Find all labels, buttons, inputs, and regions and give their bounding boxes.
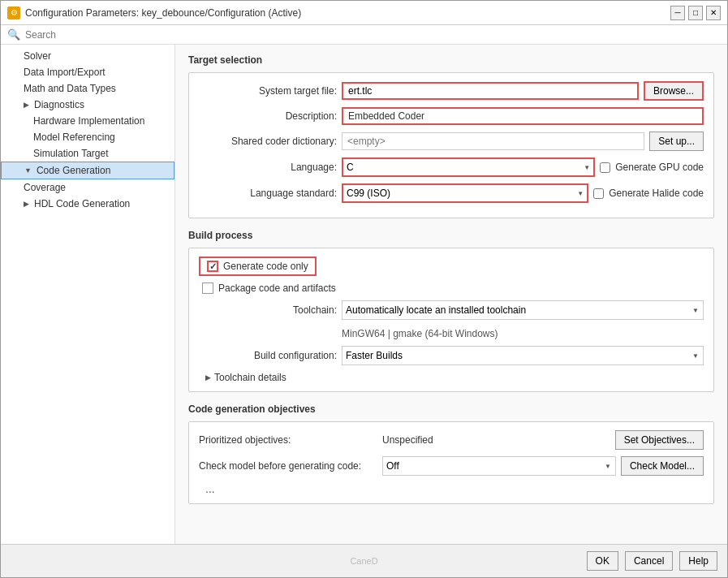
- sidebar-item-code-generation[interactable]: Code Generation: [1, 162, 174, 179]
- objectives-box: Prioritized objectives: Unspecified Set …: [188, 421, 714, 504]
- language-select[interactable]: C C++: [342, 157, 595, 177]
- generate-halide-row: Generate Halide code: [593, 188, 704, 199]
- toolchain-details-row[interactable]: ▶ Toolchain details: [199, 372, 704, 383]
- window-title: Configuration Parameters: key_debounce/C…: [25, 7, 301, 19]
- language-standard-label: Language standard:: [199, 188, 337, 199]
- language-label: Language:: [199, 162, 337, 173]
- toolchain-info: MinGW64 | gmake (64-bit Windows): [199, 326, 704, 341]
- right-panel: Target selection System target file: Bro…: [175, 45, 727, 544]
- sidebar-item-data-import-export[interactable]: Data Import/Export: [1, 64, 174, 80]
- main-window: ⚙ Configuration Parameters: key_debounce…: [0, 0, 728, 578]
- generate-halide-label: Generate Halide code: [609, 188, 704, 199]
- sidebar-item-model-referencing[interactable]: Model Referencing: [1, 129, 174, 145]
- sidebar-item-math-and-data-types[interactable]: Math and Data Types: [1, 80, 174, 97]
- maximize-button[interactable]: □: [688, 6, 703, 20]
- objectives-title: Code generation objectives: [188, 403, 714, 415]
- system-target-file-row: System target file: Browse...: [199, 81, 704, 101]
- footer: CaneD OK Cancel Help: [1, 544, 727, 577]
- app-icon: ⚙: [7, 6, 20, 19]
- sidebar-item-hdl-code-generation[interactable]: HDL Code Generation: [1, 196, 174, 212]
- toolchain-details-arrow: ▶: [205, 373, 211, 382]
- description-row: Description: Embedded Coder: [199, 107, 704, 125]
- build-process-box: Generate code only Package code and arti…: [188, 248, 714, 392]
- language-standard-select-wrapper: C99 (ISO) C89/C90 (ANSI) C11 (ISO): [342, 183, 588, 203]
- sidebar-item-solver[interactable]: Solver: [1, 48, 174, 64]
- toolchain-details-label: Toolchain details: [214, 372, 286, 383]
- browse-button[interactable]: Browse...: [644, 81, 704, 101]
- help-button[interactable]: Help: [679, 551, 717, 571]
- minimize-button[interactable]: ─: [670, 6, 685, 20]
- build-process-section: Build process Generate code only Package…: [188, 230, 714, 392]
- check-model-label: Check model before generating code:: [199, 460, 377, 472]
- prioritized-objectives-row: Prioritized objectives: Unspecified Set …: [199, 430, 704, 450]
- shared-coder-dictionary-control: Set up...: [342, 132, 704, 151]
- build-configuration-control: Faster Builds: [342, 346, 704, 365]
- build-configuration-label: Build configuration:: [199, 350, 337, 361]
- description-control: Embedded Coder: [342, 107, 704, 125]
- close-button[interactable]: ✕: [706, 6, 721, 20]
- ok-button[interactable]: OK: [587, 551, 618, 571]
- generate-gpu-row: Generate GPU code: [600, 162, 704, 173]
- set-up-button[interactable]: Set up...: [649, 132, 704, 151]
- system-target-file-input[interactable]: [342, 82, 639, 100]
- language-standard-row: Language standard: C99 (ISO) C89/C90 (AN…: [199, 183, 704, 203]
- sidebar: Solver Data Import/Export Math and Data …: [1, 45, 175, 544]
- generate-halide-checkbox[interactable]: [593, 188, 604, 199]
- language-standard-control: C99 (ISO) C89/C90 (ANSI) C11 (ISO) Gener…: [342, 183, 704, 203]
- language-control: C C++ Generate GPU code: [342, 157, 704, 177]
- build-configuration-row: Build configuration: Faster Builds: [199, 346, 704, 365]
- shared-coder-dictionary-input[interactable]: [342, 132, 644, 150]
- package-code-label: Package code and artifacts: [218, 283, 336, 294]
- shared-coder-dictionary-row: Shared coder dictionary: Set up...: [199, 132, 704, 151]
- system-target-file-control: Browse...: [342, 81, 704, 101]
- target-selection-box: System target file: Browse... Descriptio…: [188, 72, 714, 218]
- build-configuration-select-wrapper: Faster Builds: [342, 346, 704, 365]
- language-row: Language: C C++ Ge: [199, 157, 704, 177]
- search-bar: 🔍: [1, 25, 727, 45]
- check-model-select[interactable]: Off: [382, 456, 616, 476]
- description-value: Embedded Coder: [342, 107, 704, 125]
- title-bar: ⚙ Configuration Parameters: key_debounce…: [1, 1, 727, 25]
- generate-gpu-checkbox[interactable]: [600, 162, 610, 173]
- search-input[interactable]: [25, 29, 721, 41]
- build-process-title: Build process: [188, 230, 714, 241]
- target-selection-section: Target selection System target file: Bro…: [188, 54, 714, 218]
- generate-code-only-checkbox[interactable]: [207, 261, 218, 272]
- shared-coder-dictionary-label: Shared coder dictionary:: [199, 136, 337, 147]
- check-model-button[interactable]: Check Model...: [621, 456, 704, 476]
- main-content: Solver Data Import/Export Math and Data …: [1, 45, 727, 544]
- package-code-checkbox[interactable]: [202, 283, 213, 294]
- target-selection-title: Target selection: [188, 54, 714, 66]
- check-model-row: Check model before generating code: Off …: [199, 456, 704, 476]
- check-model-select-wrapper: Off: [382, 456, 616, 476]
- cancel-button[interactable]: Cancel: [625, 551, 673, 571]
- description-label: Description:: [199, 110, 337, 122]
- toolchain-row: Toolchain: Automatically locate an insta…: [199, 300, 704, 320]
- toolchain-select[interactable]: Automatically locate an installed toolch…: [342, 300, 704, 320]
- objectives-section: Code generation objectives Prioritized o…: [188, 403, 714, 504]
- package-code-row: Package code and artifacts: [202, 283, 704, 294]
- set-objectives-button[interactable]: Set Objectives...: [615, 430, 704, 450]
- system-target-file-label: System target file:: [199, 85, 337, 97]
- prioritized-objectives-label: Prioritized objectives:: [199, 434, 377, 446]
- toolchain-select-wrapper: Automatically locate an installed toolch…: [342, 300, 704, 320]
- build-configuration-select[interactable]: Faster Builds: [342, 346, 704, 365]
- ellipsis-text: ...: [199, 482, 704, 495]
- language-select-wrapper: C C++: [342, 157, 595, 177]
- halide-col: Generate Halide code: [593, 188, 704, 199]
- generate-code-only-row: Generate code only: [199, 257, 317, 276]
- title-bar-left: ⚙ Configuration Parameters: key_debounce…: [7, 6, 301, 19]
- toolchain-control: Automatically locate an installed toolch…: [342, 300, 704, 320]
- sidebar-item-simulation-target[interactable]: Simulation Target: [1, 145, 174, 162]
- language-standard-select[interactable]: C99 (ISO) C89/C90 (ANSI) C11 (ISO): [342, 183, 588, 203]
- sidebar-item-coverage[interactable]: Coverage: [1, 179, 174, 196]
- toolchain-label: Toolchain:: [199, 304, 337, 316]
- generate-code-only-label: Generate code only: [223, 261, 308, 272]
- sidebar-item-hardware-implementation[interactable]: Hardware Implementation: [1, 113, 174, 129]
- sidebar-item-diagnostics[interactable]: Diagnostics: [1, 97, 174, 113]
- watermark-text: CaneD: [350, 556, 377, 566]
- search-icon: 🔍: [7, 28, 20, 41]
- gpu-halide-col: Generate GPU code: [600, 162, 704, 173]
- generate-gpu-label: Generate GPU code: [615, 162, 704, 173]
- window-controls: ─ □ ✕: [670, 6, 721, 20]
